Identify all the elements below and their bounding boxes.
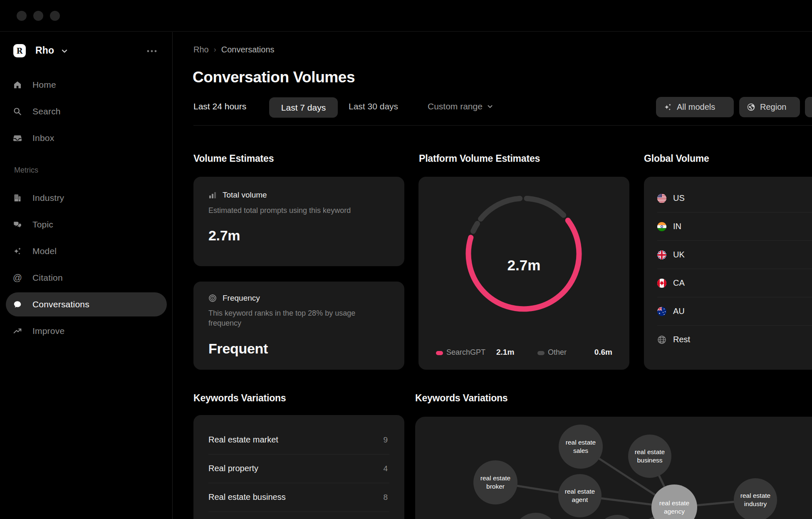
sidebar: R Rho Home Search Inbox Metrics Industry <box>0 32 173 519</box>
legend-dot-other <box>537 351 545 355</box>
header-divider <box>193 125 812 126</box>
filter-last-7-days[interactable]: Last 7 days <box>269 97 338 118</box>
card-description: Estimated total prompts using this keywo… <box>208 205 387 215</box>
global-row-in: IN <box>644 213 812 241</box>
au-flag-icon <box>657 307 666 316</box>
citation-at-icon: @ <box>12 273 22 283</box>
sidebar-item-label: Conversations <box>32 299 89 309</box>
filter-custom-range[interactable]: Custom range <box>428 101 493 111</box>
keyword-row[interactable]: Real estate market 9 <box>193 426 404 455</box>
sidebar-item-label: Inbox <box>32 133 54 143</box>
section-title-keywords-list: Keywords Variations <box>193 393 286 404</box>
sidebar-more-icon[interactable] <box>146 47 157 57</box>
search-icon <box>12 106 22 116</box>
keyword-count: 9 <box>383 435 388 445</box>
keywords-graph-card: real estate sales real estate business r… <box>415 417 812 519</box>
inbox-icon <box>12 133 22 143</box>
workspace-switcher[interactable]: R Rho <box>0 44 172 62</box>
global-volume-card: US IN UK CA AU Rest <box>644 177 812 370</box>
keyword-row[interactable]: Real estate business 8 <box>193 483 404 512</box>
target-icon <box>208 294 217 302</box>
graph-node-label: real estate sales <box>563 438 599 455</box>
topic-bubbles-icon <box>12 220 22 230</box>
legend-dot-searchgpt <box>436 351 443 355</box>
sidebar-item-label: Improve <box>32 326 64 336</box>
industry-building-icon <box>12 193 22 203</box>
graph-node[interactable]: real estate broker <box>473 460 517 504</box>
card-description: This keyword ranks in the top 28% by usa… <box>208 308 375 329</box>
home-icon <box>12 80 22 90</box>
breadcrumb: Rho › Conversations <box>193 45 275 54</box>
graph-node[interactable]: real estate agent <box>558 474 602 517</box>
graph-node-label: real estate broker <box>478 474 513 491</box>
sidebar-item-label: Industry <box>32 193 64 203</box>
chevron-down-icon <box>487 103 493 110</box>
workspace-initial: R <box>17 47 23 55</box>
country-code: US <box>673 193 685 203</box>
window-minimize-button[interactable] <box>33 11 43 21</box>
section-title-volume-estimates: Volume Estimates <box>193 153 274 164</box>
window-title-bar <box>0 0 812 32</box>
custom-range-label: Custom range <box>428 101 483 111</box>
uk-flag-icon <box>657 250 666 260</box>
keyword-count: 4 <box>383 464 388 473</box>
country-code: UK <box>673 250 685 260</box>
graph-node[interactable]: real estate industry <box>734 478 777 519</box>
graph-node[interactable]: real estate sales <box>559 425 603 469</box>
graph-node-label: real estate business <box>632 448 667 465</box>
sidebar-item-label: Model <box>32 246 57 256</box>
section-title-platform-volume: Platform Volume Estimates <box>419 153 540 164</box>
sidebar-item-improve[interactable]: Improve <box>6 319 167 343</box>
sidebar-item-label: Home <box>32 80 56 90</box>
country-code: Rest <box>673 335 690 344</box>
filter-last-24-hours[interactable]: Last 24 hours <box>193 101 246 111</box>
sidebar-item-label: Citation <box>32 273 63 283</box>
region-button[interactable]: Region <box>739 97 800 117</box>
keyword-label: Real estate market <box>208 435 278 445</box>
sidebar-item-model[interactable]: Model <box>6 239 167 263</box>
region-label: Region <box>760 102 786 112</box>
platform-volume-card: 2.7m SearchGPT 2.1m Other 0.6m <box>418 177 629 370</box>
graph-node-label: real estate agent <box>562 487 597 504</box>
page-title: Conversation Volumes <box>193 69 355 86</box>
sidebar-item-home[interactable]: Home <box>6 73 167 97</box>
sidebar-item-topic[interactable]: Topic <box>6 213 167 237</box>
frequency-card: Frequency This keyword ranks in the top … <box>193 282 404 370</box>
global-row-rest: Rest <box>644 326 812 354</box>
donut-legend: SearchGPT 2.1m Other 0.6m <box>418 347 629 358</box>
chevron-down-icon <box>61 47 68 57</box>
ca-flag-icon <box>657 279 666 288</box>
keyword-count: 8 <box>383 493 388 502</box>
sidebar-item-industry[interactable]: Industry <box>6 186 167 210</box>
window-close-button[interactable] <box>17 11 27 21</box>
us-flag-icon <box>657 194 666 203</box>
graph-node-label: real estate industry <box>738 492 773 508</box>
sidebar-item-conversations[interactable]: Conversations <box>6 292 167 316</box>
card-title: Frequency <box>223 294 260 303</box>
graph-node[interactable]: real estate business <box>628 435 671 478</box>
window-zoom-button[interactable] <box>50 11 60 21</box>
donut-center-total: 2.7m <box>418 257 629 274</box>
sidebar-item-label: Topic <box>32 220 53 230</box>
all-models-label: All models <box>677 102 715 112</box>
total-volume-card: Total volume Estimated total prompts usi… <box>193 177 404 266</box>
overflow-action-button[interactable] <box>805 97 812 117</box>
model-sparkles-icon <box>12 246 22 256</box>
total-volume-value: 2.7m <box>208 227 240 244</box>
globe-icon <box>747 103 755 111</box>
filter-last-30-days[interactable]: Last 30 days <box>349 101 398 111</box>
section-title-global-volume: Global Volume <box>644 153 709 164</box>
sidebar-item-search[interactable]: Search <box>6 99 167 124</box>
keyword-label: Real property <box>208 464 258 473</box>
all-models-button[interactable]: All models <box>656 97 734 117</box>
sidebar-item-inbox[interactable]: Inbox <box>6 126 167 150</box>
in-flag-icon <box>657 222 666 231</box>
keyword-label: Real estate business <box>208 492 286 502</box>
legend-value: 2.1m <box>496 348 514 357</box>
sidebar-item-citation[interactable]: @ Citation <box>6 266 167 290</box>
breadcrumb-current[interactable]: Conversations <box>221 45 275 54</box>
workspace-name: Rho <box>35 45 54 56</box>
keyword-row[interactable]: Real property 4 <box>193 455 404 483</box>
breadcrumb-root[interactable]: Rho <box>193 45 209 54</box>
globe-icon <box>657 335 666 344</box>
